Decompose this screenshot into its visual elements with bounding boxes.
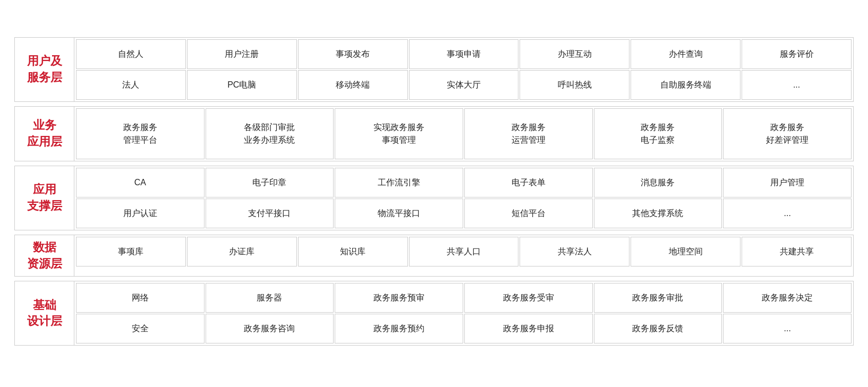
cell-accepted: 政务服务受审 bbox=[464, 283, 593, 313]
cell-share-person: 共享人口 bbox=[409, 237, 519, 266]
cell-case-query: 办件查询 bbox=[631, 39, 741, 69]
cell-hall: 实体大厅 bbox=[409, 70, 519, 100]
cell-appointment: 政务服务预约 bbox=[335, 314, 463, 343]
cell-cert-db: 办证库 bbox=[187, 237, 297, 266]
cell-dept-approval: 各级部门审批业务办理系统 bbox=[206, 108, 334, 159]
cell-feedback: 政务服务反馈 bbox=[594, 314, 722, 343]
cell-item-apply: 事项申请 bbox=[409, 39, 519, 69]
user-service-section: 用户及服务层 自然人 用户注册 事项发布 事项申请 办理互动 办件查询 服务评价… bbox=[14, 37, 854, 102]
biz-app-content: 政务服务管理平台 各级部门审批业务办理系统 实现政务服务事项管理 政务服务运营管… bbox=[74, 107, 853, 161]
biz-app-section: 业务应用层 政务服务管理平台 各级部门审批业务办理系统 实现政务服务事项管理 政… bbox=[14, 106, 854, 161]
cell-item-db: 事项库 bbox=[76, 237, 186, 266]
infra-section: 基础设计层 网络 服务器 政务服务预审 政务服务受审 政务服务审批 政务服务决定… bbox=[14, 281, 854, 346]
cell-pre-review: 政务服务预审 bbox=[335, 283, 463, 313]
cell-more-2: ... bbox=[723, 199, 852, 228]
infra-content: 网络 服务器 政务服务预审 政务服务受审 政务服务审批 政务服务决定 安全 政务… bbox=[74, 281, 853, 345]
cell-server: 服务器 bbox=[206, 283, 334, 313]
data-resource-section: 数据资源层 事项库 办证库 知识库 共享人口 共享法人 地理空间 共建共享 bbox=[14, 235, 854, 277]
cell-hotline: 呼叫热线 bbox=[520, 70, 629, 100]
cell-share-legal: 共享法人 bbox=[520, 237, 629, 266]
cell-consult: 政务服务咨询 bbox=[206, 314, 334, 343]
cell-legal-person: 法人 bbox=[76, 70, 186, 100]
cell-gov-mgmt-platform: 政务服务管理平台 bbox=[76, 108, 205, 159]
cell-mobile: 移动终端 bbox=[298, 70, 408, 100]
cell-approval: 政务服务审批 bbox=[594, 283, 722, 313]
cell-item-publish: 事项发布 bbox=[298, 39, 408, 69]
cell-e-form: 电子表单 bbox=[464, 168, 593, 197]
cell-logistics-interface: 物流平接口 bbox=[335, 199, 463, 228]
infra-label: 基础设计层 bbox=[15, 281, 74, 345]
app-support-section: 应用支撑层 CA 电子印章 工作流引擎 电子表单 消息服务 用户管理 用户认证 … bbox=[14, 166, 854, 230]
cell-other-support: 其他支撑系统 bbox=[594, 199, 722, 228]
cell-e-seal: 电子印章 bbox=[206, 168, 334, 197]
cell-workflow: 工作流引擎 bbox=[335, 168, 463, 197]
cell-coop-share: 共建共享 bbox=[742, 237, 852, 266]
app-support-content: CA 电子印章 工作流引擎 电子表单 消息服务 用户管理 用户认证 支付平接口 … bbox=[74, 166, 853, 230]
architecture-diagram: 用户及服务层 自然人 用户注册 事项发布 事项申请 办理互动 办件查询 服务评价… bbox=[14, 29, 854, 359]
cell-geo-space: 地理空间 bbox=[631, 237, 741, 266]
cell-knowledge-db: 知识库 bbox=[298, 237, 408, 266]
cell-msg-service: 消息服务 bbox=[594, 168, 722, 197]
cell-ops-mgmt: 政务服务运营管理 bbox=[464, 108, 593, 159]
cell-service-eval: 服务评价 bbox=[742, 39, 852, 69]
data-resource-label: 数据资源层 bbox=[15, 235, 74, 277]
cell-security: 安全 bbox=[76, 314, 205, 343]
cell-sms-platform: 短信平台 bbox=[464, 199, 593, 228]
cell-user-mgmt: 用户管理 bbox=[723, 168, 852, 197]
user-service-label: 用户及服务层 bbox=[15, 38, 74, 101]
user-service-content: 自然人 用户注册 事项发布 事项申请 办理互动 办件查询 服务评价 法人 PC电… bbox=[74, 38, 853, 101]
cell-self-service: 自助服务终端 bbox=[631, 70, 741, 100]
cell-declaration: 政务服务申报 bbox=[464, 314, 593, 343]
cell-network: 网络 bbox=[76, 283, 205, 313]
cell-user-auth: 用户认证 bbox=[76, 199, 205, 228]
cell-rating-mgmt: 政务服务好差评管理 bbox=[723, 108, 852, 159]
app-support-label: 应用支撑层 bbox=[15, 166, 74, 230]
cell-pay-interface: 支付平接口 bbox=[206, 199, 334, 228]
cell-handle-interact: 办理互动 bbox=[520, 39, 629, 69]
cell-item-mgmt: 实现政务服务事项管理 bbox=[335, 108, 463, 159]
cell-more-3: ... bbox=[723, 314, 852, 343]
cell-user-register: 用户注册 bbox=[187, 39, 297, 69]
cell-e-supervision: 政务服务电子监察 bbox=[594, 108, 722, 159]
cell-pc: PC电脑 bbox=[187, 70, 297, 100]
cell-natural-person: 自然人 bbox=[76, 39, 186, 69]
cell-ca: CA bbox=[76, 168, 205, 197]
cell-decision: 政务服务决定 bbox=[723, 283, 852, 313]
cell-more-1: ... bbox=[742, 70, 852, 100]
data-resource-content: 事项库 办证库 知识库 共享人口 共享法人 地理空间 共建共享 bbox=[74, 235, 853, 277]
biz-app-label: 业务应用层 bbox=[15, 107, 74, 161]
